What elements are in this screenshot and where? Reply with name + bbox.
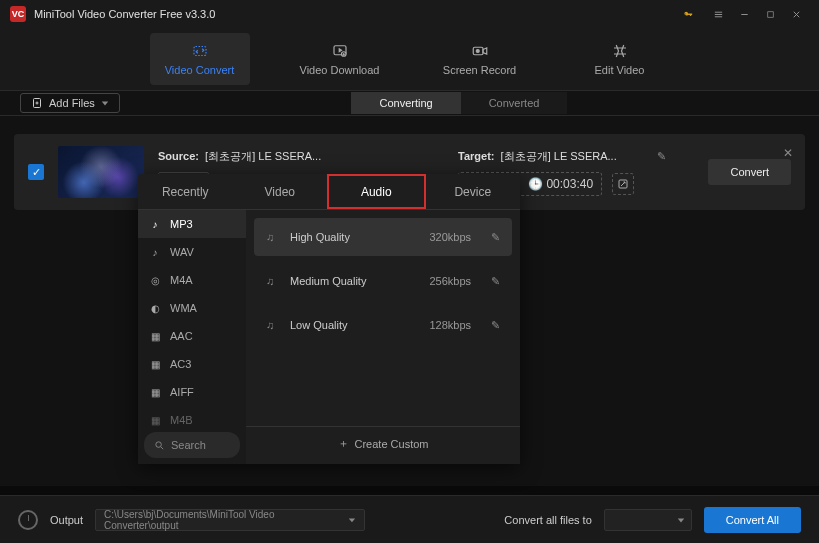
subtab-converting[interactable]: Converting	[351, 92, 460, 114]
target-filename: [최초공개] LE SSERA...	[501, 150, 617, 162]
chevron-down-icon	[101, 99, 109, 107]
schedule-icon[interactable]	[18, 510, 38, 530]
edit-quality-icon[interactable]: ✎	[491, 275, 500, 288]
convert-all-button[interactable]: Convert All	[704, 507, 801, 533]
target-label: Target:	[458, 150, 494, 162]
music-icon: ▦	[148, 331, 162, 342]
tab-label: Edit Video	[595, 64, 645, 76]
file-music-icon: ♫	[266, 275, 280, 287]
popup-tab-recently[interactable]: Recently	[138, 174, 233, 209]
app-logo: VC	[10, 6, 26, 22]
close-button[interactable]	[783, 4, 809, 24]
edit-quality-icon[interactable]: ✎	[491, 319, 500, 332]
add-files-label: Add Files	[49, 97, 95, 109]
tab-label: Video Convert	[165, 64, 235, 76]
video-thumbnail[interactable]	[58, 146, 144, 198]
convert-button[interactable]: Convert	[708, 159, 791, 185]
format-item-aac[interactable]: ▦AAC	[138, 322, 246, 350]
svg-marker-17	[102, 101, 108, 105]
target-duration: 🕒 00:03:40	[528, 177, 593, 191]
convert-all-format-select[interactable]	[604, 509, 692, 531]
output-path-select[interactable]: C:\Users\bj\Documents\MiniTool Video Con…	[95, 509, 365, 531]
create-custom-button[interactable]: ＋ Create Custom	[246, 426, 520, 460]
edit-icon	[610, 42, 630, 60]
file-music-icon: ♫	[266, 319, 280, 331]
music-icon: ▦	[148, 387, 162, 398]
music-icon: ♪	[148, 247, 162, 258]
format-list[interactable]: ♪MP3 ♪WAV ◎M4A ◐WMA ▦AAC ▦AC3 ▦AIFF ▦M4B	[138, 210, 246, 426]
quality-item-high[interactable]: ♫ High Quality 320kbps ✎	[254, 218, 512, 256]
tab-label: Video Download	[300, 64, 380, 76]
file-music-icon: ♫	[266, 231, 280, 243]
target-settings-button[interactable]	[612, 173, 634, 195]
svg-marker-12	[483, 48, 487, 54]
tab-label: Screen Record	[443, 64, 516, 76]
quality-list: ♫ High Quality 320kbps ✎ ♫ Medium Qualit…	[246, 210, 520, 426]
record-icon	[470, 42, 490, 60]
key-icon[interactable]	[675, 4, 701, 24]
search-icon	[154, 440, 165, 451]
chevron-down-icon	[348, 516, 356, 524]
file-checkbox[interactable]: ✓	[28, 164, 44, 180]
remove-file-button[interactable]: ✕	[783, 146, 793, 160]
music-icon: ▦	[148, 415, 162, 426]
popup-tab-device[interactable]: Device	[426, 174, 521, 209]
tab-video-convert[interactable]: Video Convert	[150, 33, 250, 85]
svg-rect-4	[767, 11, 773, 17]
source-label: Source:	[158, 150, 199, 162]
add-files-button[interactable]: Add Files	[20, 93, 120, 113]
svg-marker-9	[339, 49, 341, 52]
format-item-aiff[interactable]: ▦AIFF	[138, 378, 246, 406]
svg-point-13	[476, 50, 479, 53]
tab-edit-video[interactable]: Edit Video	[570, 33, 670, 85]
music-icon: ◐	[148, 303, 162, 314]
svg-marker-22	[678, 518, 684, 522]
tab-video-download[interactable]: Video Download	[290, 33, 390, 85]
maximize-button[interactable]	[757, 4, 783, 24]
format-search-input[interactable]: Search	[144, 432, 240, 458]
popup-tab-video[interactable]: Video	[233, 174, 328, 209]
minimize-button[interactable]	[731, 4, 757, 24]
music-icon: ♪	[148, 219, 162, 230]
quality-item-low[interactable]: ♫ Low Quality 128kbps ✎	[254, 306, 512, 344]
subtab-converted[interactable]: Converted	[461, 92, 568, 114]
source-filename: [최초공개] LE SSERA...	[205, 150, 321, 162]
format-item-mp3[interactable]: ♪MP3	[138, 210, 246, 238]
format-item-wma[interactable]: ◐WMA	[138, 294, 246, 322]
svg-line-20	[161, 446, 163, 448]
window-title: MiniTool Video Converter Free v3.3.0	[34, 8, 675, 20]
svg-rect-7	[194, 47, 206, 56]
edit-quality-icon[interactable]: ✎	[491, 231, 500, 244]
plus-file-icon	[31, 97, 43, 109]
svg-marker-21	[349, 518, 355, 522]
popup-tab-audio[interactable]: Audio	[327, 174, 426, 209]
svg-point-19	[156, 441, 162, 447]
rename-icon[interactable]: ✎	[657, 150, 666, 163]
chevron-down-icon	[677, 516, 685, 524]
format-item-ac3[interactable]: ▦AC3	[138, 350, 246, 378]
quality-item-medium[interactable]: ♫ Medium Quality 256kbps ✎	[254, 262, 512, 300]
tab-screen-record[interactable]: Screen Record	[430, 33, 530, 85]
convert-all-to-label: Convert all files to	[504, 514, 591, 526]
convert-icon	[190, 42, 210, 60]
format-popup: Recently Video Audio Device ♪MP3 ♪WAV ◎M…	[138, 174, 520, 464]
music-icon: ◎	[148, 275, 162, 286]
plus-icon: ＋	[338, 436, 349, 451]
format-item-m4a[interactable]: ◎M4A	[138, 266, 246, 294]
output-label: Output	[50, 514, 83, 526]
format-item-m4b[interactable]: ▦M4B	[138, 406, 246, 426]
download-icon	[330, 42, 350, 60]
music-icon: ▦	[148, 359, 162, 370]
hamburger-icon[interactable]	[705, 4, 731, 24]
format-item-wav[interactable]: ♪WAV	[138, 238, 246, 266]
